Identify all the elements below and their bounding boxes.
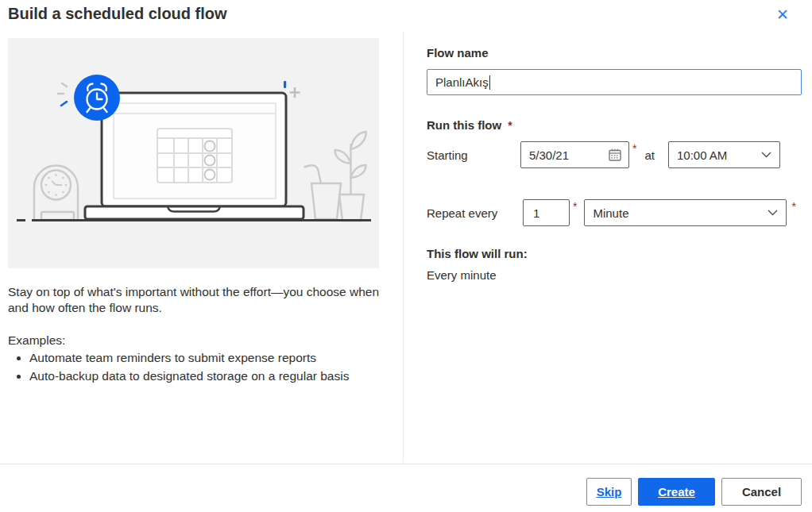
flow-name-input[interactable]: PlanlıAkış <box>427 69 802 95</box>
list-item: Auto-backup data to designated storage o… <box>29 368 386 384</box>
calendar-on-screen-art <box>157 129 232 183</box>
cancel-button[interactable]: Cancel <box>721 478 802 506</box>
laptop-art <box>85 93 304 219</box>
chevron-down-icon <box>761 152 771 158</box>
sparkle-dash-icon <box>284 81 286 88</box>
repeat-unit-select[interactable]: Minute <box>584 199 787 226</box>
examples-list: Automate team reminders to submit expens… <box>8 350 386 384</box>
examples-heading: Examples: <box>8 333 386 348</box>
start-date-value: 5/30/21 <box>529 148 569 162</box>
flow-name-value: PlanlıAkış <box>435 75 489 89</box>
repeat-interval-value: 1 <box>533 206 539 220</box>
starting-row: Starting 5/30/21 * at 10:00 AM <box>427 141 780 168</box>
required-asterisk: * <box>508 119 512 132</box>
page-title: Build a scheduled cloud flow <box>8 5 227 23</box>
repeat-every-label: Repeat every <box>427 206 523 220</box>
create-button[interactable]: Create <box>638 478 715 506</box>
calendar-dots-art <box>205 141 215 180</box>
start-time-select[interactable]: 10:00 AM <box>668 141 780 168</box>
cup-and-plant-art <box>304 132 366 221</box>
list-item: Automate team reminders to submit expens… <box>29 350 386 366</box>
flow-run-summary-label: This flow will run: <box>427 247 528 260</box>
calendar-icon[interactable] <box>608 148 622 162</box>
vertical-divider <box>403 32 404 463</box>
flow-name-label: Flow name <box>427 46 489 60</box>
alarm-clock-icon <box>74 75 120 121</box>
skip-button[interactable]: Skip <box>586 478 632 506</box>
run-this-flow-label: Run this flow * <box>427 118 512 132</box>
required-asterisk: * <box>573 200 577 213</box>
required-asterisk: * <box>632 142 636 155</box>
scheduled-flow-dialog: Build a scheduled cloud flow ✕ <box>0 0 812 512</box>
flow-run-summary-value: Every minute <box>427 268 497 282</box>
sparkle-plus-icon <box>290 87 300 98</box>
required-asterisk: * <box>791 200 795 213</box>
mantel-clock-art <box>34 166 78 220</box>
flow-settings-form: Flow name PlanlıAkış Run this flow * Sta… <box>427 0 802 476</box>
repeat-interval-input[interactable]: 1 <box>523 199 570 226</box>
badge-radiating-dashes <box>58 83 67 106</box>
scheduled-flow-illustration <box>8 38 379 268</box>
repeat-row: Repeat every 1 * Minute * <box>427 199 796 226</box>
repeat-unit-value: Minute <box>593 206 628 220</box>
description-text: Stay on top of what's important without … <box>8 284 386 317</box>
start-date-input[interactable]: 5/30/21 <box>520 141 629 168</box>
text-caret <box>489 75 491 90</box>
chevron-down-icon <box>768 210 778 216</box>
starting-label: Starting <box>427 148 520 162</box>
footer-divider <box>0 464 812 464</box>
at-label: at <box>644 148 655 162</box>
left-description-block: Stay on top of what's important without … <box>8 284 386 384</box>
illustration-graphic <box>8 38 379 268</box>
start-time-value: 10:00 AM <box>677 148 727 162</box>
